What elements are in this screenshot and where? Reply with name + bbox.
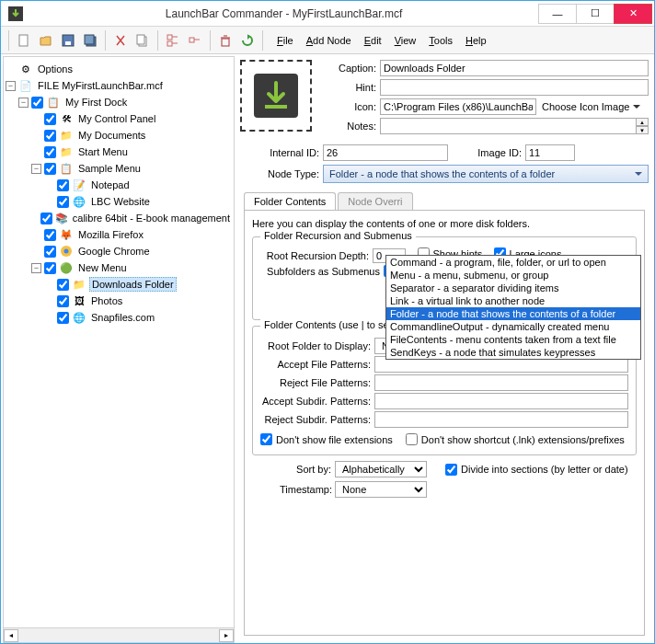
accept-file-label: Accept File Patterns:	[260, 359, 371, 370]
menu-file[interactable]: File	[270, 31, 300, 50]
tree-new-menu[interactable]: −🟢New Menu	[6, 259, 232, 276]
app-icon	[8, 6, 23, 21]
dropdown-option[interactable]: CommandlineOutput - dynamically created …	[386, 320, 640, 333]
open-folder-icon[interactable]	[36, 30, 56, 51]
reject-file-input[interactable]	[374, 374, 628, 391]
tree-item[interactable]: Google Chrome	[6, 243, 232, 259]
scroll-right-icon[interactable]: ▸	[219, 629, 234, 642]
notes-label: Notes:	[319, 121, 376, 132]
sort-by-select[interactable]: Alphabetically	[335, 461, 427, 477]
node-type-label: Node Type:	[255, 168, 319, 179]
internal-id-label: Internal ID:	[255, 147, 319, 158]
svg-rect-11	[222, 39, 229, 46]
subfolders-submenus-label: Subfolders as Submenus	[260, 266, 380, 277]
copy-icon[interactable]	[132, 30, 153, 51]
save-all-icon[interactable]	[80, 30, 100, 51]
caption-input[interactable]	[380, 60, 649, 76]
tree-downloads-folder[interactable]: 📁Downloads Folder	[6, 276, 232, 293]
menu-add-node[interactable]: Add Node	[300, 31, 358, 50]
tree-item[interactable]: 🖼Photos	[6, 293, 232, 309]
help-text: Here you can display the contents of one…	[252, 218, 637, 229]
refresh-icon[interactable]	[237, 30, 258, 51]
tree-item[interactable]: 📝Notepad	[6, 177, 232, 193]
svg-point-13	[64, 249, 69, 254]
menu-help[interactable]: Help	[459, 31, 493, 50]
cut-icon[interactable]	[110, 30, 131, 51]
reject-subdir-input[interactable]	[374, 411, 628, 428]
menu-edit[interactable]: Edit	[358, 31, 388, 50]
svg-rect-8	[167, 35, 172, 40]
svg-rect-7	[137, 35, 144, 44]
dropdown-option[interactable]: FileContents - menu contents taken from …	[386, 333, 640, 346]
sort-by-label: Sort by:	[280, 464, 331, 475]
notes-input[interactable]	[380, 118, 637, 134]
root-folder-label: Root Folder to Display:	[260, 340, 371, 351]
svg-rect-10	[190, 38, 194, 42]
internal-id-input[interactable]	[323, 144, 448, 161]
window-title: LaunchBar Commander - MyFirstLaunchBar.m…	[29, 7, 539, 20]
image-id-label: Image ID:	[457, 147, 522, 158]
accept-subdir-label: Accept Subdir. Patterns:	[260, 396, 371, 407]
reject-subdir-label: Reject Subdir. Patterns:	[260, 414, 371, 425]
tab-folder-contents[interactable]: Folder Contents	[244, 192, 336, 210]
icon-label: Icon:	[319, 101, 376, 112]
dropdown-option[interactable]: Separator - a separator dividing items	[386, 282, 640, 294]
dropdown-option[interactable]: Menu - a menu, submenu, or group	[386, 269, 640, 282]
dropdown-option[interactable]: Link - a virtual link to another node	[386, 294, 640, 307]
icon-path-input[interactable]	[380, 98, 536, 115]
dont-show-ext-check[interactable]	[260, 433, 272, 445]
svg-rect-5	[85, 35, 94, 44]
tree-item[interactable]: 📁Start Menu	[6, 144, 232, 160]
menu-view[interactable]: View	[388, 31, 423, 50]
hint-label: Hint:	[319, 82, 376, 93]
toolbar: File Add Node Edit View Tools Help	[1, 27, 654, 54]
menu-tools[interactable]: Tools	[422, 31, 459, 50]
caption-label: Caption:	[319, 63, 376, 74]
svg-rect-15	[265, 105, 287, 109]
svg-rect-9	[167, 41, 172, 46]
reject-file-label: Reject File Patterns:	[260, 377, 371, 388]
tree-item[interactable]: 🌐LBC Website	[6, 193, 232, 210]
delete-icon[interactable]	[215, 30, 236, 51]
tree-sample-menu[interactable]: −📋Sample Menu	[6, 160, 232, 177]
accept-subdir-input[interactable]	[374, 393, 628, 409]
tree-item[interactable]: 🌐Snapfiles.com	[6, 309, 232, 326]
image-id-input[interactable]	[525, 144, 575, 161]
dropdown-option-selected[interactable]: Folder - a node that shows the contents …	[386, 307, 640, 320]
dropdown-option[interactable]: Command - a program, file, folder, or ur…	[386, 256, 640, 269]
tree-file-root[interactable]: −📄FILE MyFirstLaunchBar.mcf	[6, 77, 232, 94]
details-panel: Caption: Hint: Icon: Choose Icon Image N…	[236, 56, 652, 643]
tree-item[interactable]: 📁My Documents	[6, 127, 232, 144]
choose-icon-button[interactable]: Choose Icon Image	[536, 98, 646, 115]
recursion-legend: Folder Recursion and Submenus	[260, 230, 416, 241]
timestamp-select[interactable]: None	[335, 481, 427, 498]
recursion-depth-label: Root Recursion Depth:	[260, 250, 369, 261]
tree-scrollbar[interactable]: ◂ ▸	[4, 627, 234, 642]
scroll-left-icon[interactable]: ◂	[4, 629, 18, 642]
close-button[interactable]: ✕	[614, 4, 652, 24]
divide-sections-check[interactable]	[445, 464, 457, 476]
new-file-icon[interactable]	[14, 30, 34, 51]
tree-collapse-icon[interactable]	[185, 30, 205, 51]
tree-options[interactable]: ⚙Options	[6, 61, 232, 77]
tree-item[interactable]: 🛠My Control Panel	[6, 110, 232, 127]
tab-node-overrides[interactable]: Node Overri	[338, 192, 412, 210]
tree-panel: ⚙Options −📄FILE MyFirstLaunchBar.mcf −📋M…	[3, 56, 235, 643]
minimize-button[interactable]: —	[538, 4, 577, 24]
tree-item[interactable]: 🦊Mozilla Firefox	[6, 226, 232, 243]
node-type-dropdown: Command - a program, file, folder, or ur…	[385, 255, 641, 360]
menubar: File Add Node Edit View Tools Help	[267, 31, 497, 50]
save-icon[interactable]	[58, 30, 78, 51]
tree-expand-icon[interactable]	[163, 30, 183, 51]
dropdown-option[interactable]: SendKeys - a node that simulates keypres…	[386, 346, 640, 359]
tree-dock[interactable]: −📋My First Dock	[6, 94, 232, 110]
dont-show-lnk-check[interactable]	[406, 433, 418, 445]
hint-input[interactable]	[380, 79, 649, 96]
node-type-select[interactable]: Folder - a node that shows the contents …	[323, 165, 649, 183]
tree-item[interactable]: 📚calibre 64bit - E-book management	[6, 210, 232, 226]
titlebar: LaunchBar Commander - MyFirstLaunchBar.m…	[1, 1, 654, 27]
notes-spinner[interactable]: ▲▼	[636, 118, 649, 134]
node-icon-preview	[240, 60, 312, 132]
maximize-button[interactable]: ☐	[576, 4, 615, 24]
svg-rect-3	[65, 41, 71, 45]
